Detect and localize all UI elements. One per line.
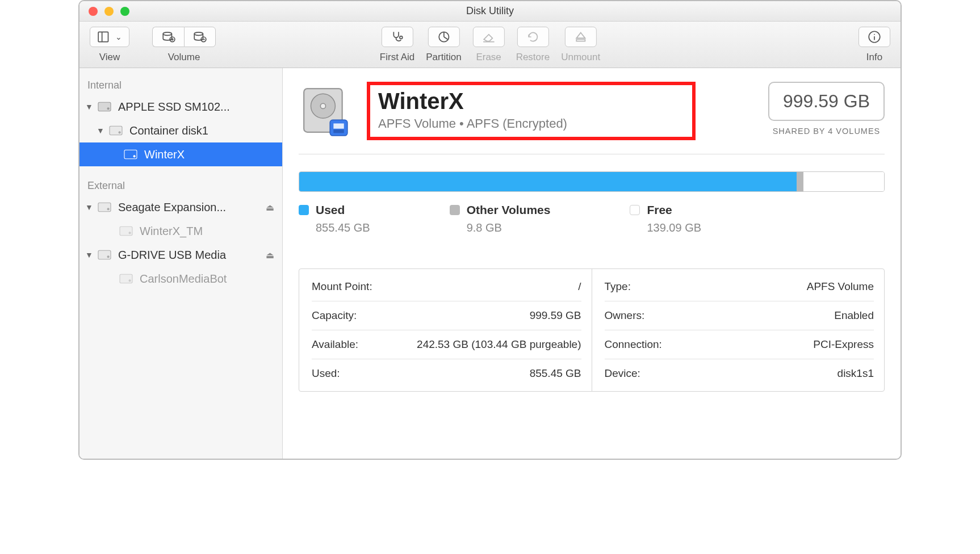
volume-subtitle: APFS Volume • APFS (Encrypted)	[378, 116, 567, 131]
window-controls	[89, 7, 129, 16]
usage-segment-other	[797, 172, 803, 191]
window-title: Disk Utility	[79, 5, 901, 17]
svg-rect-19	[98, 102, 111, 111]
usage-segment-used	[299, 172, 797, 191]
volume-plus-icon	[161, 30, 176, 44]
volume-icon	[118, 272, 134, 286]
detail-row: Connection:PCI-Express	[605, 330, 874, 359]
sidebar-item-label: G-DRIVE USB Media	[118, 249, 226, 262]
svg-point-32	[129, 280, 131, 282]
details-table: Mount Point:/ Capacity:999.59 GB Availab…	[299, 268, 885, 392]
minimize-icon[interactable]	[104, 7, 114, 16]
sidebar-section-internal: Internal	[79, 74, 282, 95]
sidebar-item-apple-ssd[interactable]: ▼ APPLE SSD SM102...	[79, 95, 282, 119]
volume-icon	[118, 224, 134, 238]
unmount-button[interactable]	[565, 27, 597, 47]
eraser-icon	[481, 30, 496, 44]
legend-used-value: 855.45 GB	[299, 221, 370, 234]
sidebar: Internal ▼ APPLE SSD SM102... ▼ Containe…	[79, 68, 283, 459]
sidebar-item-label: Container disk1	[129, 124, 208, 137]
svg-point-35	[320, 103, 325, 108]
legend-used-label: Used	[316, 203, 345, 217]
volume-minus-icon	[192, 30, 207, 44]
partition-button[interactable]	[428, 27, 459, 47]
shared-volumes-label: SHARED BY 4 VOLUMES	[768, 127, 885, 136]
hard-drive-icon	[108, 124, 124, 137]
close-icon[interactable]	[89, 7, 98, 16]
legend-free-label: Free	[647, 203, 672, 217]
sidebar-item-gdrive[interactable]: ▼ G-DRIVE USB Media ⏏	[79, 243, 282, 267]
detail-row: Owners:Enabled	[605, 301, 874, 330]
svg-rect-37	[333, 123, 344, 128]
eject-icon[interactable]: ⏏	[266, 202, 274, 213]
first-aid-button[interactable]	[382, 27, 413, 47]
sidebar-icon	[97, 30, 112, 44]
unmount-label: Unmount	[561, 52, 600, 63]
svg-point-24	[133, 156, 135, 157]
usage-legend: Used 855.45 GB Other Volumes 9.8 GB Free…	[299, 203, 885, 234]
info-icon	[867, 30, 882, 44]
svg-marker-14	[576, 32, 585, 38]
svg-rect-29	[98, 250, 111, 259]
svg-point-20	[107, 108, 109, 110]
detail-row: Available:242.53 GB (103.44 GB purgeable…	[312, 330, 581, 359]
legend-other-label: Other Volumes	[467, 203, 551, 217]
volume-label: Volume	[168, 52, 200, 63]
svg-rect-38	[333, 129, 344, 133]
sidebar-item-label: WinterX_TM	[140, 225, 203, 238]
partition-icon	[436, 30, 451, 44]
legend-other-value: 9.8 GB	[450, 221, 551, 234]
erase-button[interactable]	[473, 27, 505, 47]
svg-point-18	[874, 33, 875, 35]
svg-point-9	[400, 36, 403, 39]
chevron-down-icon[interactable]: ▼	[84, 203, 94, 212]
sidebar-item-label: CarlsonMediaBot	[140, 272, 227, 286]
sidebar-section-external: External	[79, 174, 282, 195]
svg-point-30	[107, 256, 109, 258]
swatch-used	[299, 205, 309, 215]
detail-row: Mount Point:/	[312, 272, 581, 301]
chevron-down-icon[interactable]: ▼	[84, 250, 94, 259]
svg-rect-31	[120, 274, 132, 283]
view-button[interactable]: ⌄	[90, 27, 129, 47]
swatch-other	[450, 205, 460, 215]
usage-bar	[299, 171, 885, 192]
details-right: Type:APFS Volume Owners:Enabled Connecti…	[592, 269, 885, 391]
svg-point-28	[129, 232, 131, 234]
add-volume-button[interactable]	[152, 27, 184, 47]
zoom-icon[interactable]	[120, 7, 129, 16]
capacity-badge: 999.59 GB	[768, 82, 885, 121]
legend-free-value: 139.09 GB	[630, 221, 701, 234]
sidebar-item-seagate[interactable]: ▼ Seagate Expansion... ⏏	[79, 195, 282, 219]
sidebar-item-label: Seagate Expansion...	[118, 201, 226, 214]
titlebar: Disk Utility	[79, 1, 901, 22]
sidebar-item-carlson[interactable]: CarlsonMediaBot	[79, 267, 282, 291]
svg-rect-27	[120, 226, 132, 235]
svg-rect-0	[98, 32, 108, 41]
restore-icon	[525, 30, 540, 44]
svg-rect-15	[576, 39, 585, 41]
info-button[interactable]	[858, 27, 890, 47]
svg-rect-21	[110, 126, 122, 135]
usage-segment-free	[803, 172, 884, 191]
svg-point-22	[119, 132, 120, 133]
restore-button[interactable]	[517, 27, 548, 47]
erase-label: Erase	[476, 52, 501, 63]
chevron-down-icon[interactable]: ▼	[95, 126, 106, 135]
detail-row: Capacity:999.59 GB	[312, 301, 581, 330]
svg-point-6	[194, 32, 203, 35]
external-drive-icon	[97, 200, 112, 214]
remove-volume-button[interactable]	[184, 27, 216, 47]
volume-icon	[123, 148, 139, 161]
details-left: Mount Point:/ Capacity:999.59 GB Availab…	[299, 269, 592, 391]
chevron-down-icon[interactable]: ▼	[84, 102, 94, 111]
eject-icon	[573, 30, 588, 44]
detail-row: Used:855.45 GB	[312, 359, 581, 388]
sidebar-item-winterx-tm[interactable]: WinterX_TM	[79, 219, 282, 243]
sidebar-item-container[interactable]: ▼ Container disk1	[79, 119, 282, 142]
eject-icon[interactable]: ⏏	[266, 250, 274, 261]
sidebar-item-label: WinterX	[144, 148, 185, 161]
disk-utility-window: Disk Utility ⌄ View Volu	[78, 0, 902, 460]
hard-drive-icon	[97, 100, 112, 114]
sidebar-item-winterx[interactable]: WinterX	[79, 142, 282, 166]
